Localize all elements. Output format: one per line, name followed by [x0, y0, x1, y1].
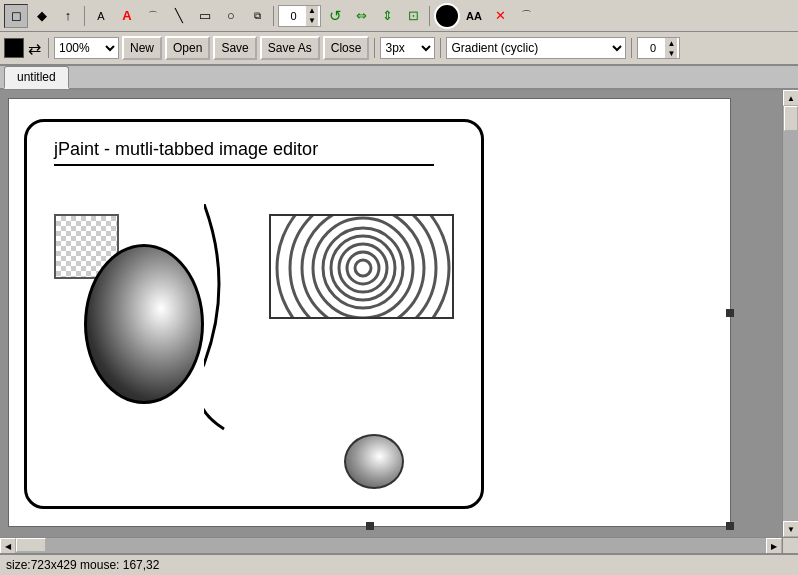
scroll-track-right [783, 106, 798, 521]
stroke-select[interactable]: 3px1px2px4px5px [380, 37, 435, 59]
sep-5 [374, 38, 375, 58]
rotate-ccw[interactable]: ↺ [323, 4, 347, 28]
save-button[interactable]: Save [213, 36, 256, 60]
angle-down[interactable]: ▼ [306, 16, 318, 26]
toolbar-second: ⇄ 100%25%50%75%150%200% New Open Save Sa… [0, 32, 798, 66]
flip-h[interactable]: ⇔ [349, 4, 373, 28]
sep-4 [48, 38, 49, 58]
resize-btn[interactable]: ⊡ [401, 4, 425, 28]
eraser-tool[interactable]: ⌒ [141, 4, 165, 28]
swap-colors[interactable]: ⇄ [26, 39, 43, 58]
pen-tool[interactable]: ╲ [167, 4, 191, 28]
angle-field-2: 0 ▲ ▼ [637, 37, 680, 59]
demo-ellipse-small [344, 434, 404, 489]
scroll-down-btn[interactable]: ▼ [783, 521, 798, 537]
move-tool[interactable]: ↑ [56, 4, 80, 28]
angle-value-2: 0 [640, 42, 665, 54]
scroll-up-btn[interactable]: ▲ [783, 90, 798, 106]
copy-tool[interactable]: ⧉ [245, 4, 269, 28]
zoom-select[interactable]: 100%25%50%75%150%200% [54, 37, 119, 59]
demo-underline [54, 164, 434, 166]
close-button[interactable]: Close [323, 36, 370, 60]
selection-tool[interactable]: ◻ [4, 4, 28, 28]
separator-1 [84, 6, 85, 26]
fill-tool[interactable]: A [89, 4, 113, 28]
angle-field: 0 ▲ ▼ [278, 5, 321, 27]
concentric-svg [271, 216, 454, 319]
scroll-track-bottom [16, 538, 766, 553]
drag-handle-corner[interactable] [726, 522, 734, 530]
demo-concentric-rect [269, 214, 454, 319]
open-button[interactable]: Open [165, 36, 210, 60]
scrollbar-bottom: ◀ ▶ [0, 537, 782, 553]
rounded-rect-btn[interactable]: ⌒ [514, 4, 538, 28]
rect-tool[interactable]: ▭ [193, 4, 217, 28]
text-large[interactable]: AA [462, 4, 486, 28]
status-bar: size:723x429 mouse: 167,32 [0, 553, 798, 575]
separator-2 [273, 6, 274, 26]
sep-6 [440, 38, 441, 58]
demo-ellipse-big [84, 244, 204, 404]
color-swatch[interactable] [4, 38, 24, 58]
drag-handle-bottom[interactable] [366, 522, 374, 530]
drag-handle-right[interactable] [726, 309, 734, 317]
angle-up[interactable]: ▲ [306, 6, 318, 16]
sep-7 [631, 38, 632, 58]
scrollbar-corner [782, 537, 798, 553]
angle2-up[interactable]: ▲ [665, 38, 677, 48]
scroll-left-btn[interactable]: ◀ [0, 538, 16, 553]
text-tool[interactable]: A [115, 4, 139, 28]
toolbar-top: ◻ ◆ ↑ A A ⌒ ╲ ▭ ○ ⧉ 0 ▲ ▼ ↺ ⇔ ⇕ ⊡ AA ✕ ⌒ [0, 0, 798, 32]
angle-value: 0 [281, 10, 306, 22]
clear-btn[interactable]: ✕ [488, 4, 512, 28]
angle2-down[interactable]: ▼ [665, 48, 677, 58]
scroll-thumb-right[interactable] [784, 106, 798, 131]
paint-canvas[interactable]: jPaint - mutli-tabbed image editor [8, 98, 731, 527]
tab-bar: untitled [0, 66, 798, 90]
color-area: ⇄ [4, 38, 43, 58]
status-text: size:723x429 mouse: 167,32 [6, 558, 159, 572]
tab-untitled[interactable]: untitled [4, 66, 69, 89]
color-fill[interactable] [434, 3, 460, 29]
demo-title: jPaint - mutli-tabbed image editor [54, 139, 318, 160]
save-as-button[interactable]: Save As [260, 36, 320, 60]
svg-point-1 [355, 260, 371, 276]
scroll-right-btn[interactable]: ▶ [766, 538, 782, 553]
separator-3 [429, 6, 430, 26]
flip-v[interactable]: ⇕ [375, 4, 399, 28]
fill-select[interactable]: Gradient (cyclic)NoneSolidGradient (line… [446, 37, 626, 59]
scroll-thumb-bottom[interactable] [16, 538, 46, 552]
diamond-tool[interactable]: ◆ [30, 4, 54, 28]
scrollbar-right: ▲ ▼ [782, 90, 798, 537]
ellipse-tool[interactable]: ○ [219, 4, 243, 28]
new-button[interactable]: New [122, 36, 162, 60]
main-area: jPaint - mutli-tabbed image editor [0, 90, 798, 553]
